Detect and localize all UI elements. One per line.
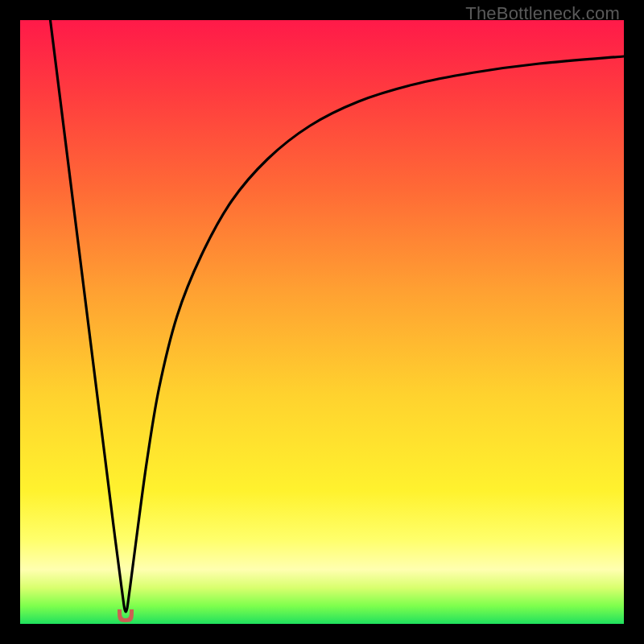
- chart-frame: TheBottleneck.com: [0, 0, 644, 644]
- bottleneck-curve: [51, 20, 625, 612]
- plot-area: [20, 20, 624, 624]
- watermark-text: TheBottleneck.com: [465, 3, 620, 24]
- dip-marker: [114, 608, 137, 624]
- curve-layer: [20, 20, 624, 624]
- dip-u-icon: [118, 609, 134, 622]
